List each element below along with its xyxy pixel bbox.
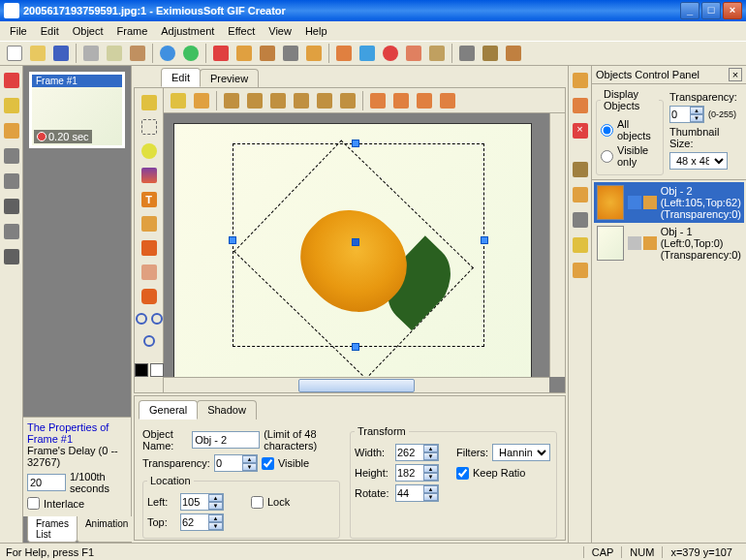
color-swatches[interactable] bbox=[135, 363, 164, 377]
transp-spinner[interactable]: ▲▼ bbox=[669, 106, 704, 123]
menu-effect[interactable]: Effect bbox=[222, 23, 261, 39]
transparency-spinner[interactable]: ▲▼ bbox=[214, 454, 258, 472]
tool-icon[interactable] bbox=[1, 196, 22, 217]
object-item-1[interactable]: Obj - 1 (Left:0,Top:0) (Transparency:0) bbox=[594, 223, 744, 264]
layer-icon[interactable] bbox=[390, 90, 412, 111]
arrow-icon[interactable] bbox=[139, 92, 160, 113]
menu-frame[interactable]: Frame bbox=[111, 23, 154, 39]
lock-icon[interactable] bbox=[643, 236, 657, 250]
width-spinner[interactable]: ▲▼ bbox=[395, 444, 439, 461]
menu-view[interactable]: View bbox=[263, 23, 297, 39]
tool-icon[interactable] bbox=[426, 43, 448, 64]
horizontal-scrollbar[interactable] bbox=[164, 377, 549, 392]
tab-shadow[interactable]: Shadow bbox=[197, 400, 257, 420]
image-icon[interactable] bbox=[139, 165, 160, 186]
thumb-size-select[interactable]: 48 x 48 bbox=[669, 152, 728, 170]
panel-close-icon[interactable]: × bbox=[729, 68, 742, 81]
zoom-out-icon[interactable] bbox=[150, 310, 164, 327]
tab-edit[interactable]: Edit bbox=[161, 68, 201, 87]
copy-icon[interactable] bbox=[104, 43, 125, 64]
foreground-color[interactable] bbox=[135, 363, 148, 377]
tool-icon[interactable] bbox=[303, 43, 325, 64]
layer-icon[interactable] bbox=[437, 90, 458, 111]
height-spinner[interactable]: ▲▼ bbox=[395, 464, 439, 482]
menu-edit[interactable]: Edit bbox=[35, 23, 65, 39]
tool-icon[interactable] bbox=[1, 221, 22, 242]
tool-icon[interactable] bbox=[570, 95, 591, 116]
tool-icon[interactable] bbox=[357, 43, 378, 64]
shape-icon[interactable] bbox=[139, 286, 160, 307]
brightness-icon[interactable] bbox=[139, 140, 160, 162]
canvas-viewport[interactable] bbox=[164, 113, 565, 392]
menu-object[interactable]: Object bbox=[67, 23, 109, 39]
visible-checkbox[interactable] bbox=[262, 457, 274, 470]
canvas[interactable] bbox=[173, 123, 532, 392]
tool-icon[interactable] bbox=[280, 43, 301, 64]
tool-icon[interactable] bbox=[570, 260, 591, 281]
tab-animation[interactable]: Animation bbox=[77, 516, 137, 543]
tool-icon[interactable] bbox=[570, 234, 591, 256]
top-spinner[interactable]: ▲▼ bbox=[180, 513, 224, 531]
tool-icon[interactable] bbox=[456, 43, 478, 64]
save-icon[interactable] bbox=[50, 43, 72, 64]
tool-icon[interactable] bbox=[480, 43, 501, 64]
delay-input[interactable] bbox=[27, 474, 66, 491]
resize-handle[interactable] bbox=[229, 236, 236, 244]
vertical-scrollbar[interactable] bbox=[549, 113, 565, 377]
align-icon[interactable] bbox=[267, 90, 289, 111]
open-icon[interactable] bbox=[27, 43, 48, 64]
tool-icon[interactable] bbox=[1, 171, 22, 192]
layer-icon[interactable] bbox=[414, 90, 435, 111]
filters-select[interactable]: Hanning bbox=[492, 444, 550, 461]
tool-icon[interactable] bbox=[380, 43, 401, 64]
align-icon[interactable] bbox=[244, 90, 265, 111]
delete-icon[interactable] bbox=[210, 43, 232, 64]
menu-help[interactable]: Help bbox=[299, 23, 333, 39]
menu-file[interactable]: File bbox=[4, 23, 33, 39]
close-button[interactable]: × bbox=[723, 2, 742, 19]
obj-name-input[interactable] bbox=[192, 431, 260, 449]
tool-icon[interactable] bbox=[570, 70, 591, 91]
new-icon[interactable] bbox=[4, 43, 25, 64]
tool-icon[interactable] bbox=[257, 43, 278, 64]
maximize-button[interactable]: □ bbox=[701, 2, 721, 19]
frame-thumb[interactable]: Frame #1 0.20 sec bbox=[29, 72, 125, 148]
all-objects-radio[interactable] bbox=[601, 124, 613, 137]
delete-icon[interactable]: × bbox=[570, 120, 591, 141]
layer-icon[interactable] bbox=[367, 90, 389, 111]
paste-icon[interactable] bbox=[127, 43, 148, 64]
rotate-tool-icon[interactable] bbox=[191, 90, 212, 111]
tool-icon[interactable] bbox=[503, 43, 524, 64]
align-icon[interactable] bbox=[291, 90, 312, 111]
center-handle[interactable] bbox=[352, 238, 359, 246]
align-icon[interactable] bbox=[314, 90, 335, 111]
tool-icon[interactable] bbox=[1, 120, 22, 141]
zoom-in-icon[interactable] bbox=[135, 310, 148, 327]
text-icon[interactable]: T bbox=[139, 189, 160, 210]
menu-adjustment[interactable]: Adjustment bbox=[155, 23, 220, 39]
tool-icon[interactable] bbox=[1, 70, 22, 91]
left-spinner[interactable]: ▲▼ bbox=[180, 493, 224, 511]
eye-icon[interactable] bbox=[628, 196, 641, 209]
brush-icon[interactable] bbox=[139, 237, 160, 259]
eraser-icon[interactable] bbox=[139, 262, 160, 283]
lock-checkbox[interactable] bbox=[251, 496, 264, 509]
minimize-button[interactable]: _ bbox=[680, 2, 699, 19]
arrow-tool-icon[interactable] bbox=[168, 90, 189, 111]
scrollbar-thumb[interactable] bbox=[298, 379, 414, 392]
pencil-icon[interactable] bbox=[139, 213, 160, 234]
tab-frames-list[interactable]: Frames List bbox=[27, 516, 78, 543]
tab-general[interactable]: General bbox=[139, 400, 198, 420]
keep-ratio-checkbox[interactable] bbox=[456, 467, 469, 480]
object-item-2[interactable]: Obj - 2 (Left:105,Top:62) (Transparency:… bbox=[594, 182, 744, 223]
tool-icon[interactable] bbox=[333, 43, 355, 64]
tab-preview[interactable]: Preview bbox=[200, 69, 259, 87]
redo-icon[interactable] bbox=[180, 43, 202, 64]
tool-icon[interactable] bbox=[1, 246, 22, 267]
align-icon[interactable] bbox=[221, 90, 242, 111]
eye-icon[interactable] bbox=[628, 236, 641, 250]
cut-icon[interactable] bbox=[80, 43, 102, 64]
zoom-icon[interactable] bbox=[139, 330, 160, 352]
tool-icon[interactable] bbox=[570, 209, 591, 231]
tool-icon[interactable] bbox=[1, 145, 22, 167]
